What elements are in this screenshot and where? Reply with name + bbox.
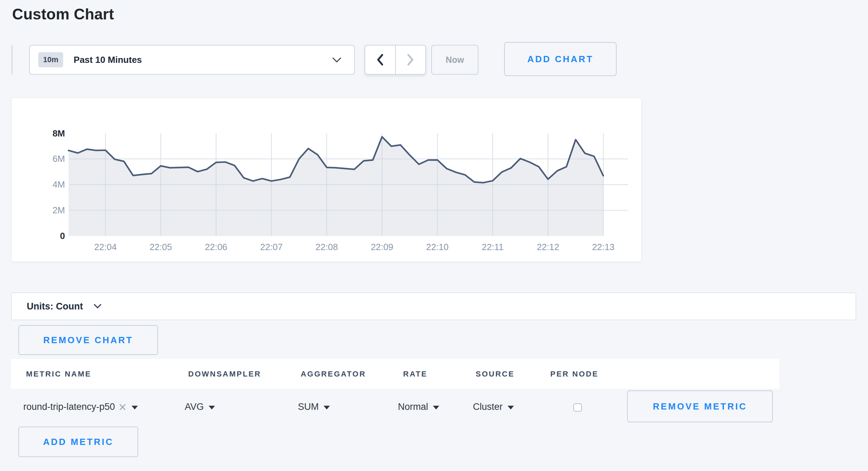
- aggregator-value: SUM: [298, 402, 319, 412]
- caret-down-icon: [132, 406, 138, 410]
- remove-metric-button[interactable]: REMOVE METRIC: [627, 390, 773, 422]
- prev-window-button[interactable]: [365, 46, 396, 74]
- chevron-down-icon: [93, 304, 102, 309]
- svg-text:22:11: 22:11: [482, 242, 504, 252]
- per-node-checkbox[interactable]: [573, 403, 582, 412]
- source-dropdown[interactable]: Cluster: [473, 389, 514, 425]
- svg-text:22:04: 22:04: [94, 242, 117, 252]
- svg-text:22:12: 22:12: [537, 242, 559, 252]
- svg-text:4M: 4M: [52, 180, 65, 189]
- svg-text:8M: 8M: [52, 129, 65, 138]
- col-header-per-node: PER NODE: [550, 370, 599, 379]
- aggregator-dropdown[interactable]: SUM: [298, 389, 330, 425]
- chevron-right-icon: [406, 53, 415, 66]
- svg-text:22:08: 22:08: [316, 242, 338, 252]
- downsampler-dropdown[interactable]: AVG: [185, 389, 215, 425]
- add-chart-button[interactable]: ADD CHART: [504, 42, 617, 76]
- svg-text:2M: 2M: [52, 205, 65, 215]
- caret-down-icon: [433, 406, 439, 410]
- col-header-aggregator: AGGREGATOR: [301, 370, 366, 379]
- time-range-label: Past 10 Minutes: [74, 55, 142, 65]
- now-button[interactable]: Now: [431, 45, 478, 75]
- caret-down-icon: [508, 406, 514, 410]
- svg-text:6M: 6M: [52, 154, 65, 164]
- metric-name-value: round-trip-latency-p50: [23, 402, 115, 412]
- rate-value: Normal: [398, 402, 428, 412]
- chevron-left-icon: [376, 53, 385, 66]
- time-range-dropdown[interactable]: 10m Past 10 Minutes: [29, 45, 355, 75]
- rate-dropdown[interactable]: Normal: [398, 389, 439, 425]
- page-title: Custom Chart: [12, 6, 114, 23]
- metrics-table-header: METRIC NAME DOWNSAMPLER AGGREGATOR RATE …: [11, 359, 779, 389]
- units-label: Units: Count: [27, 301, 83, 312]
- downsampler-value: AVG: [185, 402, 204, 412]
- col-header-rate: RATE: [403, 370, 427, 379]
- remove-metric-x-icon[interactable]: [118, 403, 127, 411]
- svg-text:22:10: 22:10: [426, 242, 449, 252]
- col-header-source: SOURCE: [476, 370, 515, 379]
- remove-chart-button[interactable]: REMOVE CHART: [18, 325, 158, 355]
- svg-text:22:13: 22:13: [592, 242, 615, 252]
- caret-down-icon: [324, 406, 330, 410]
- next-window-button[interactable]: [396, 46, 426, 74]
- col-header-metric-name: METRIC NAME: [26, 370, 91, 379]
- units-dropdown[interactable]: Units: Count: [11, 292, 856, 320]
- range-divider: [11, 45, 12, 75]
- chart-card: 8M6M4M2M022:0422:0522:0622:0722:0822:092…: [11, 98, 642, 262]
- svg-text:22:07: 22:07: [260, 242, 283, 252]
- metric-name-dropdown[interactable]: round-trip-latency-p50: [23, 389, 138, 425]
- svg-text:22:05: 22:05: [150, 242, 172, 252]
- time-range-badge: 10m: [38, 52, 63, 67]
- timeseries-area-chart[interactable]: 8M6M4M2M022:0422:0522:0622:0722:0822:092…: [11, 98, 641, 262]
- caret-down-icon: [209, 406, 215, 410]
- chevron-down-icon: [332, 57, 342, 63]
- time-window-nav: [365, 45, 426, 75]
- col-header-downsampler: DOWNSAMPLER: [188, 370, 261, 379]
- svg-text:0: 0: [60, 231, 65, 241]
- add-metric-button[interactable]: ADD METRIC: [18, 427, 138, 457]
- svg-text:22:06: 22:06: [205, 242, 227, 252]
- svg-text:22:09: 22:09: [371, 242, 393, 252]
- source-value: Cluster: [473, 402, 503, 412]
- custom-chart-page: Custom Chart 10m Past 10 Minutes Now ADD…: [0, 0, 868, 471]
